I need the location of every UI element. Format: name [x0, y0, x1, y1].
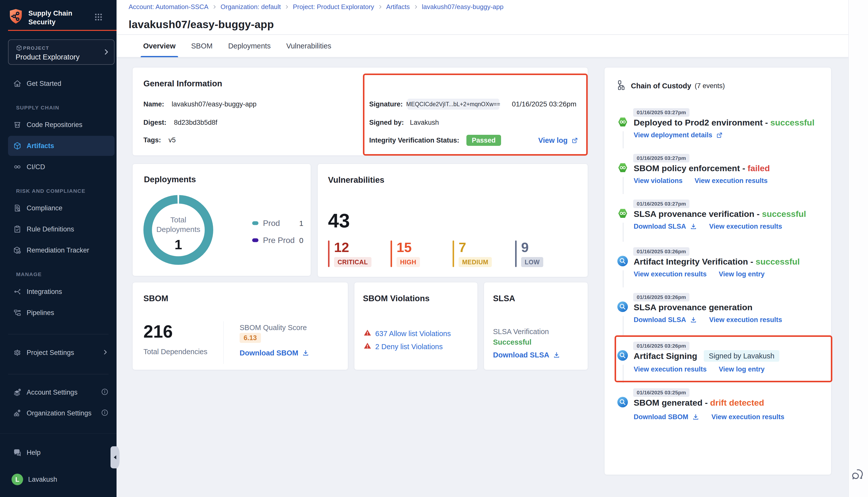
prod-count: 1: [299, 219, 304, 227]
sidebar-item-label: Rule Definitions: [27, 225, 74, 233]
sidebar-item-user[interactable]: L Lavakush: [8, 469, 114, 489]
sidebar-item-remediation-tracker[interactable]: Remediation Tracker: [8, 240, 114, 260]
breadcrumb-separator-icon: [378, 4, 383, 9]
code-repository-icon: [13, 120, 22, 129]
view-deployment-details-link[interactable]: View deployment details: [634, 131, 723, 139]
breadcrumb-project[interactable]: Project: Product Exploratory: [293, 3, 374, 11]
event-status: successful: [770, 118, 814, 128]
download-sbom-link[interactable]: Download SBOM: [240, 349, 309, 357]
sidebar-item-artifacts[interactable]: Artifacts: [8, 136, 114, 156]
module-grid-icon[interactable]: [94, 13, 103, 23]
brand-title: Supply Chain Security: [28, 9, 72, 27]
medium-count: 7: [459, 240, 466, 255]
scanner-circle-icon: [617, 256, 628, 268]
collapse-arrow-icon: [114, 455, 116, 459]
medium-bar: [452, 240, 454, 267]
download-slsa-link[interactable]: Download SLSA: [493, 351, 560, 359]
download-slsa-link[interactable]: Download SLSA: [634, 223, 697, 230]
sidebar-item-get-started[interactable]: Get Started: [8, 73, 114, 94]
vertical-divider: [223, 321, 224, 364]
signature-label: Signature:: [369, 100, 403, 108]
integrations-icon: [13, 287, 22, 296]
sidebar-collapse-handle[interactable]: [111, 446, 120, 468]
event-title: SLSA provenance verification - successfu…: [634, 209, 806, 219]
right-rail: [849, 0, 868, 497]
sidebar-item-rule-definitions[interactable]: Rule Definitions: [8, 219, 114, 239]
sidebar-item-pipelines[interactable]: Pipelines: [8, 303, 114, 323]
account-settings-layers-icon: [13, 388, 22, 397]
event-timestamp: 01/16/2025 03:26pm: [633, 293, 689, 301]
pipeline-hexagon-icon: [617, 209, 628, 219]
view-execution-results-link[interactable]: View execution results: [709, 223, 782, 230]
download-slsa-link[interactable]: Download SLSA: [634, 316, 697, 324]
tab-overview[interactable]: Overview: [141, 35, 178, 57]
timeline-connector: [623, 270, 624, 287]
sbom-card: SBOM 216 Total Dependencies SBOM Quality…: [132, 282, 348, 370]
breadcrumb-organization[interactable]: Organization: default: [221, 3, 281, 11]
chain-of-custody-count: (7 events): [695, 82, 725, 90]
event-timestamp: 01/16/2025 03:26pm: [633, 247, 689, 256]
sidebar-item-integrations[interactable]: Integrations: [8, 282, 114, 302]
event-status: drift detected: [710, 398, 764, 408]
sidebar-item-organization-settings[interactable]: Organization Settings: [8, 403, 114, 423]
download-icon: [302, 349, 309, 357]
project-selector[interactable]: PROJECT Product Exploratory: [8, 39, 114, 65]
pipeline-hexagon-icon: [617, 163, 628, 174]
tab-deployments[interactable]: Deployments: [226, 35, 273, 57]
warning-triangle-icon: [364, 329, 371, 338]
scanner-circle-icon: [617, 301, 628, 313]
view-log-entry-link[interactable]: View log entry: [719, 366, 765, 373]
breadcrumb-separator-icon: [414, 4, 418, 9]
compliance-document-icon: [13, 204, 22, 212]
allow-list-violations-link[interactable]: 637 Allow list Violations: [375, 330, 451, 338]
deny-list-violations-link[interactable]: 2 Deny list Violations: [375, 343, 443, 351]
event-timestamp: 01/16/2025 03:27pm: [633, 154, 689, 162]
sidebar-item-project-settings[interactable]: Project Settings: [8, 343, 114, 363]
sidebar-item-code-repositories[interactable]: Code Repositories: [8, 115, 114, 135]
high-count: 15: [396, 240, 412, 255]
signature-value: MEQCICde2VjIT...bL+2+mqnOXw==: [407, 99, 499, 110]
tags-value: v5: [169, 136, 176, 144]
event-status: successful: [762, 209, 806, 219]
view-execution-results-link[interactable]: View execution results: [634, 366, 707, 373]
project-chevron-right-icon: [102, 48, 110, 57]
view-execution-results-link[interactable]: View execution results: [712, 413, 785, 421]
view-log-link[interactable]: View log: [538, 136, 578, 145]
pipelines-icon: [13, 309, 22, 317]
view-log-entry-link[interactable]: View log entry: [719, 270, 765, 278]
sidebar-item-account-settings[interactable]: Account Settings: [8, 382, 114, 402]
deny-list-violations-row: 2 Deny list Violations: [364, 342, 443, 351]
scanner-circle-icon: [617, 397, 628, 409]
tab-sbom[interactable]: SBOM: [188, 35, 215, 57]
event-title: SLSA provenance generation: [634, 302, 753, 312]
view-execution-results-link[interactable]: View execution results: [695, 177, 768, 185]
breadcrumb-current[interactable]: lavakush07/easy-buggy-app: [422, 3, 504, 11]
sidebar-item-cicd[interactable]: CI/CD: [8, 157, 114, 177]
download-sbom-link[interactable]: Download SBOM: [634, 413, 699, 421]
sidebar-item-label: Organization Settings: [27, 409, 92, 417]
breadcrumb-artifacts[interactable]: Artifacts: [386, 3, 410, 11]
slsa-verification-label: SLSA Verification: [493, 328, 549, 336]
breadcrumb-account[interactable]: Account: Automation-SSCA: [129, 3, 208, 11]
name-value: lavakush07/easy-buggy-app: [172, 100, 257, 108]
sidebar-item-help[interactable]: ? Help: [8, 442, 114, 463]
view-execution-results-link[interactable]: View execution results: [709, 316, 782, 324]
allow-list-violations-row: 637 Allow list Violations: [364, 329, 451, 338]
low-count: 9: [521, 240, 529, 255]
breadcrumb: Account: Automation-SSCA Organization: d…: [129, 3, 504, 11]
card-title: SLSA: [493, 294, 515, 303]
timeline-connector: [623, 177, 624, 194]
artifacts-cube-icon: [13, 142, 22, 150]
support-chat-icon[interactable]: [851, 467, 866, 483]
view-execution-results-link[interactable]: View execution results: [634, 270, 707, 278]
sidebar-item-label: CI/CD: [27, 163, 45, 171]
event-timestamp: 01/16/2025 03:27pm: [633, 200, 689, 208]
donut-total: 1: [148, 237, 208, 252]
info-icon: [101, 409, 109, 417]
sidebar-item-compliance[interactable]: Compliance: [8, 198, 114, 218]
event-status: failed: [747, 164, 770, 173]
view-violations-link[interactable]: View violations: [634, 177, 683, 185]
tab-vulnerabilities[interactable]: Vulnerabilities: [284, 35, 334, 57]
timeline-connector: [623, 223, 624, 242]
app-root: Supply Chain Security PROJECT Product Ex…: [0, 0, 868, 497]
